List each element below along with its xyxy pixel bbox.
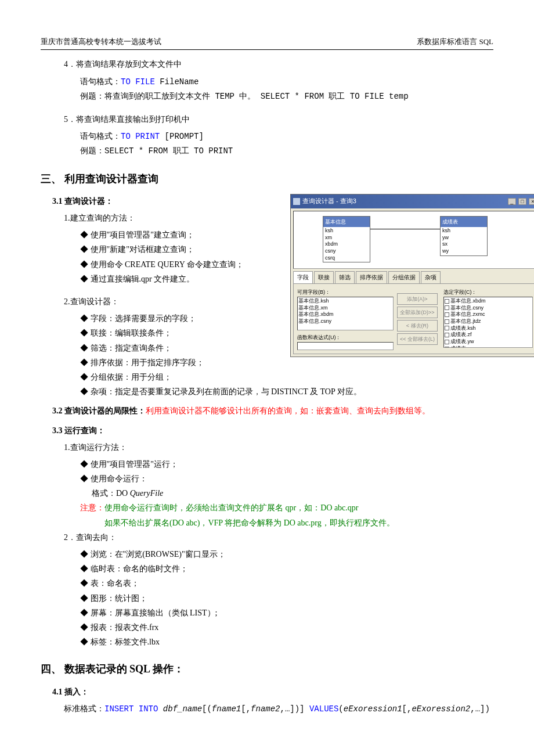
qd-tab-body: 可用字段(B)： 基本信息.ksh 基本信息.xm 基本信息.xbdm 基本信息… — [293, 283, 534, 354]
sec-3-3-title: 3.3 运行查询： — [52, 423, 493, 438]
qd-remove-button[interactable]: < 移去(R) — [397, 320, 438, 332]
s33-format: 格式：DO QueryFile — [92, 486, 493, 501]
qd-tab-misc[interactable]: 杂项 — [421, 271, 441, 283]
qd-tables-pane: 基本信息 ksh xm xbdm csny csrq 成绩表 ksh yw sx… — [293, 211, 534, 269]
qd-add-button[interactable]: 添加(A)> — [397, 293, 438, 305]
sec-3-2: 3.2 查询设计器的局限性：利用查询设计器不能够设计出所有的查询，如：嵌套查询、… — [52, 404, 493, 418]
qd-tab-join[interactable]: 联接 — [314, 271, 334, 283]
header-left: 重庆市普通高校专转本统一选拔考试 — [41, 35, 161, 48]
qd-tab-order[interactable]: 排序依据 — [356, 271, 387, 283]
s33-p2-item-6: 标签：标签文件.lbx — [80, 635, 493, 649]
s33-p2-item-2: 表：命名表； — [80, 576, 493, 591]
s33-note-1: 注意：使用命令运行查询时，必须给出查询文件的扩展名 qpr，如：DO abc.q… — [80, 501, 493, 515]
qd-table-1-fields[interactable]: ksh xm xbdm csny csrq — [323, 227, 370, 262]
qd-sel-list[interactable]: 基本信息.xbdm 基本信息.csny 基本信息.zxmc 基本信息.jtdz … — [443, 297, 533, 348]
item-4-title: 4．将查询结果存放到文本文件中 — [64, 57, 493, 71]
qd-tab-group[interactable]: 分组依据 — [388, 271, 420, 283]
qd-icon — [293, 198, 300, 205]
qd-tabs: 字段 联接 筛选 排序依据 分组依据 杂项 — [291, 271, 534, 283]
section-4-title: 四、 数据表记录的 SQL 操作： — [41, 660, 493, 678]
sec-4-1-format: 标准格式：INSERT INTO dbf_name[(fname1[,fname… — [64, 701, 493, 717]
item-5-syntax: 语句格式：TO PRINT [PROMPT] — [80, 129, 493, 144]
close-button[interactable]: × — [529, 198, 534, 205]
item-5-title: 5．将查询结果直接输出到打印机中 — [64, 112, 493, 127]
s33-note-2: 如果不给出扩展名(DO abc)，VFP 将把命令解释为 DO abc.prg，… — [104, 516, 493, 530]
s33-p1-b: 使用命令运行： — [80, 471, 493, 486]
qd-table-2[interactable]: 成绩表 ksh yw sx wy — [440, 216, 488, 256]
qd-join-line[interactable] — [370, 229, 440, 229]
minimize-button[interactable]: _ — [508, 198, 516, 205]
qd-table-1-header: 基本信息 — [323, 217, 370, 227]
s33-p2-item-5: 报表：报表文件.frx — [80, 620, 493, 635]
qd-sel-label: 选定字段(C)： — [443, 287, 533, 297]
item-4-syntax: 语句格式：TO FILE FileName — [80, 74, 493, 89]
item-5-example: 例题：SELECT * FROM 职工 TO PRINT — [80, 144, 493, 159]
sec-3-3-p2: 2．查询去向： — [64, 530, 493, 545]
qd-table-2-header: 成绩表 — [441, 217, 487, 227]
s33-p2-item-0: 浏览：在"浏览(BROWSE)"窗口显示； — [80, 547, 493, 561]
qd-avail-label: 可用字段(B)： — [297, 287, 394, 297]
qd-titlebar[interactable]: 查询设计器 - 查询3 _ □ × — [291, 195, 534, 208]
section-3-title: 三、 利用查询设计器查询 — [41, 170, 493, 188]
sec-4-1-title: 4.1 插入： — [52, 685, 493, 699]
query-designer-window: 查询设计器 - 查询3 _ □ × 基本信息 ksh xm xbdm csny … — [290, 194, 534, 357]
item-4-example: 例题：将查询到的职工放到文本文件 TEMP 中。 SELECT * FROM 职… — [80, 89, 493, 104]
header-right: 系数据库标准语言 SQL — [417, 35, 493, 48]
s31-p2-item-3: 排序依据：用于指定排序字段； — [80, 355, 493, 370]
qd-tab-filter[interactable]: 筛选 — [335, 271, 355, 283]
qd-addall-button[interactable]: 全部添加(D)>> — [397, 307, 438, 318]
sec-3-3-p1: 1.查询运行方法： — [64, 440, 493, 455]
qd-table-1[interactable]: 基本信息 ksh xm xbdm csny csrq — [323, 216, 370, 263]
qd-func-input[interactable] — [297, 342, 394, 350]
maximize-button[interactable]: □ — [518, 198, 526, 205]
s31-p2-item-4: 分组依据：用于分组； — [80, 370, 493, 384]
s33-p1-a: 使用"项目管理器"运行； — [80, 457, 493, 471]
s33-p2-item-1: 临时表：命名的临时文件； — [80, 561, 493, 576]
qd-table-2-fields[interactable]: ksh yw sx wy — [441, 227, 487, 255]
s33-p2-item-4: 屏幕：屏幕直接输出（类似 LIST）; — [80, 606, 493, 620]
qd-tab-fields[interactable]: 字段 — [293, 271, 313, 283]
qd-avail-list[interactable]: 基本信息.ksh 基本信息.xm 基本信息.xbdm 基本信息.csny — [297, 297, 394, 330]
qd-removeall-button[interactable]: << 全部移去(L) — [397, 333, 438, 345]
s31-p2-item-5: 杂项：指定是否要重复记录及列在前面的记录，与 DISTINCT 及 TOP 对应… — [80, 384, 493, 399]
qd-func-label: 函数和表达式(U)： — [297, 333, 394, 342]
s33-p2-item-3: 图形：统计图； — [80, 591, 493, 606]
